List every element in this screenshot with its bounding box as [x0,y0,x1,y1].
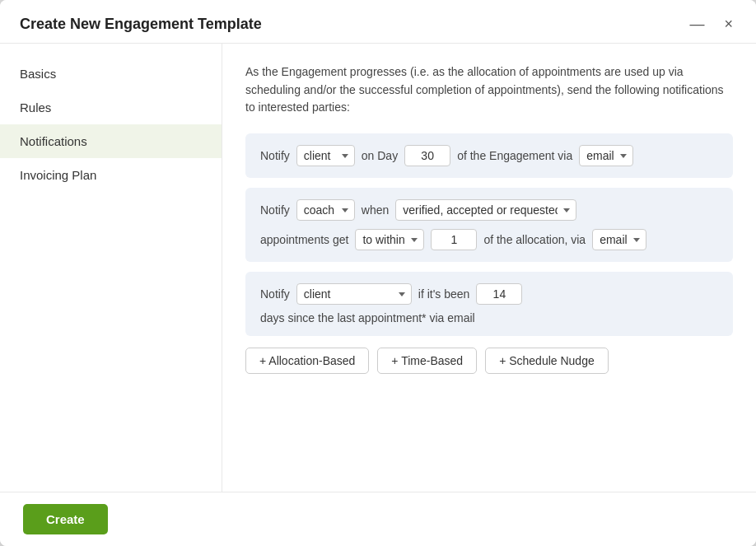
sidebar-item-rules[interactable]: Rules [0,91,222,124]
when-label-2: when [362,203,389,217]
sidebar-item-rules-label: Rules [20,100,51,114]
sidebar-item-invoicing-plan[interactable]: Invoicing Plan [0,158,222,192]
days-label-3: days since the last appointment* via ema… [260,311,475,324]
sidebar-item-basics-label: Basics [20,67,56,81]
of-engagement-label-1: of the Engagement via [457,149,572,162]
to-within-select[interactable]: to within beyond [355,229,424,250]
main-content: As the Engagement progresses (i.e. as th… [222,44,756,492]
notification-row-1: Notify client coach admin on Day of the … [245,133,733,178]
if-label-3: if it's been [418,287,470,301]
notification-row-2-line1: Notify coach client admin when verified,… [260,199,576,221]
sidebar-item-basics[interactable]: Basics [0,57,222,91]
add-schedule-nudge-button[interactable]: + Schedule Nudge [485,348,609,374]
minimize-button[interactable]: — [686,15,707,33]
create-button[interactable]: Create [23,504,108,534]
when-select-2[interactable]: verified, accepted or requested verified… [395,199,576,221]
modal-title: Create New Engagement Template [20,16,262,33]
notify-label-2: Notify [260,203,290,217]
recipient-select-2[interactable]: coach client admin [296,199,355,221]
modal-body: Basics Rules Notifications Invoicing Pla… [0,44,756,492]
notify-label-3: Notify [260,287,290,301]
sidebar-item-invoicing-plan-label: Invoicing Plan [20,168,96,182]
notification-row-2-line2: appointments get to within beyond of the… [260,229,646,250]
notify-label-1: Notify [260,149,290,162]
notification-row-3: Notify client coach admin if it's been d… [245,272,733,336]
add-buttons: + Allocation-Based + Time-Based + Schedu… [245,348,733,374]
day-input-1[interactable] [404,145,450,166]
close-button[interactable]: × [721,15,736,33]
description: As the Engagement progresses (i.e. as th… [245,63,733,117]
of-allocation-label: of the allocation, via [483,233,586,246]
appointments-get-label: appointments get [260,233,348,246]
via-select-2[interactable]: email sms both [592,229,646,250]
days-input-3[interactable] [476,283,522,305]
add-time-based-button[interactable]: + Time-Based [377,348,477,374]
modal: Create New Engagement Template — × Basic… [0,0,756,546]
on-day-label-1: on Day [362,149,398,162]
add-allocation-based-button[interactable]: + Allocation-Based [245,348,369,374]
recipient-select-1[interactable]: client coach admin [296,145,355,166]
modal-header: Create New Engagement Template — × [0,0,756,44]
sidebar: Basics Rules Notifications Invoicing Pla… [0,44,222,492]
sidebar-item-notifications-label: Notifications [20,134,87,148]
via-select-1[interactable]: email sms both [579,145,633,166]
modal-footer: Create [0,492,756,546]
header-actions: — × [686,15,736,33]
count-input-2[interactable] [431,229,477,250]
notification-row-2: Notify coach client admin when verified,… [245,188,733,262]
sidebar-item-notifications[interactable]: Notifications [0,124,222,158]
recipient-select-3[interactable]: client coach admin [296,283,412,305]
